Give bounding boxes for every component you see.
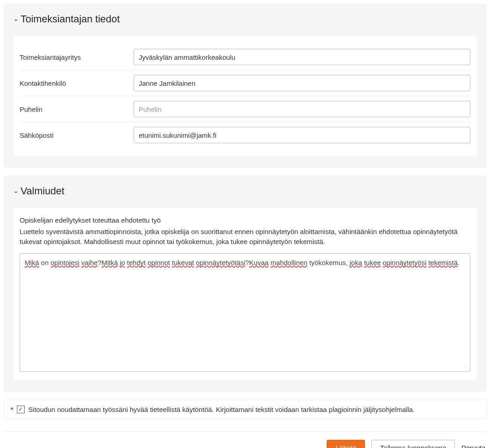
company-input[interactable] — [134, 49, 470, 65]
label-email: Sähköposti — [20, 131, 134, 139]
resize-handle-icon: ⋰ — [464, 362, 469, 370]
footer-actions: Lähetä Tallenna luonnoksena Peruuta — [4, 431, 486, 448]
row-email: Sähköposti — [20, 122, 470, 148]
submit-button[interactable]: Lähetä — [327, 440, 365, 448]
chevron-down-icon: ⌄ — [13, 15, 19, 22]
row-contact: Kontaktihenkilö — [20, 70, 470, 96]
readiness-heading: Opiskelijan edellytykset toteuttaa ehdot… — [20, 216, 470, 224]
panel-title-client: Toimeksiantajan tiedot — [21, 13, 120, 25]
commitment-row: * ✓ Sitoudun noudattamaan työssäni hyvää… — [4, 400, 486, 419]
client-info-body: Toimeksiantajayritys Kontaktihenkilö Puh… — [13, 36, 477, 156]
client-info-panel: ⌄ Toimeksiantajan tiedot Toimeksiantajay… — [4, 4, 486, 167]
commitment-text: Sitoudun noudattamaan työssäni hyvää tie… — [28, 406, 415, 413]
cancel-link[interactable]: Peruuta — [461, 444, 485, 448]
required-marker: * — [10, 406, 13, 413]
contact-input[interactable] — [134, 75, 470, 91]
save-draft-button[interactable]: Tallenna luonnoksena — [371, 440, 455, 448]
row-company: Toimeksiantajayritys — [20, 44, 470, 70]
commitment-checkbox[interactable]: ✓ — [17, 406, 25, 413]
email-input[interactable] — [134, 127, 470, 143]
label-phone: Puhelin — [20, 105, 134, 113]
readiness-body: Opiskelijan edellytykset toteuttaa ehdot… — [13, 208, 477, 380]
label-contact: Kontaktihenkilö — [20, 79, 134, 87]
chevron-down-icon: ⌄ — [13, 187, 19, 194]
phone-input[interactable] — [134, 101, 470, 117]
readiness-textarea[interactable]: Mikä on opintojesi vaihe?Mitkä jo tehdyt… — [20, 253, 470, 372]
panel-title-readiness: Valmiudet — [21, 185, 64, 197]
label-company: Toimeksiantajayritys — [20, 53, 134, 61]
panel-toggle-client[interactable]: ⌄ Toimeksiantajan tiedot — [13, 13, 477, 25]
readiness-description: Luettelo syventävistä ammattiopinnoista,… — [20, 227, 470, 247]
panel-toggle-readiness[interactable]: ⌄ Valmiudet — [13, 185, 477, 197]
row-phone: Puhelin — [20, 96, 470, 122]
readiness-panel: ⌄ Valmiudet Opiskelijan edellytykset tot… — [4, 176, 486, 391]
